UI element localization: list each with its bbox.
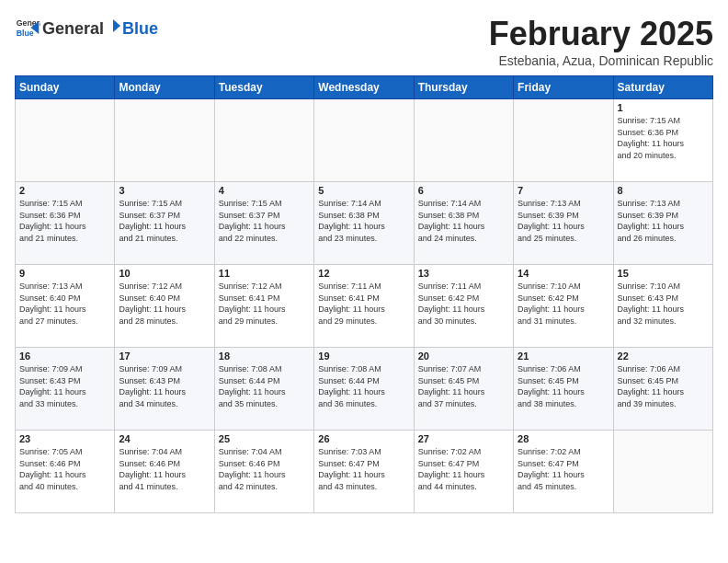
calendar-week-row: 23Sunrise: 7:05 AM Sunset: 6:46 PM Dayli… xyxy=(16,431,713,513)
weekday-header-monday: Monday xyxy=(115,76,214,99)
svg-marker-4 xyxy=(113,19,120,32)
month-title: February 2025 xyxy=(489,15,713,53)
day-info: Sunrise: 7:15 AM Sunset: 6:37 PM Dayligh… xyxy=(119,198,210,244)
day-info: Sunrise: 7:15 AM Sunset: 6:37 PM Dayligh… xyxy=(219,198,310,244)
calendar-cell xyxy=(214,99,313,182)
calendar-cell: 21Sunrise: 7:06 AM Sunset: 6:45 PM Dayli… xyxy=(514,348,613,431)
day-info: Sunrise: 7:13 AM Sunset: 6:39 PM Dayligh… xyxy=(618,198,709,244)
calendar-cell: 3Sunrise: 7:15 AM Sunset: 6:37 PM Daylig… xyxy=(115,182,214,265)
location-title: Estebania, Azua, Dominican Republic xyxy=(489,53,713,68)
calendar-cell: 1Sunrise: 7:15 AM Sunset: 6:36 PM Daylig… xyxy=(613,99,712,182)
calendar-cell: 26Sunrise: 7:03 AM Sunset: 6:47 PM Dayli… xyxy=(314,431,414,513)
day-number: 15 xyxy=(618,268,709,279)
day-number: 28 xyxy=(518,433,609,444)
calendar-week-row: 9Sunrise: 7:13 AM Sunset: 6:40 PM Daylig… xyxy=(16,265,713,348)
day-number: 4 xyxy=(219,185,310,196)
calendar-cell: 14Sunrise: 7:10 AM Sunset: 6:42 PM Dayli… xyxy=(514,265,613,348)
logo-flag-icon xyxy=(105,17,121,34)
calendar-cell: 20Sunrise: 7:07 AM Sunset: 6:45 PM Dayli… xyxy=(414,348,513,431)
day-info: Sunrise: 7:10 AM Sunset: 6:43 PM Dayligh… xyxy=(618,281,709,327)
day-number: 10 xyxy=(119,268,210,279)
day-number: 24 xyxy=(119,433,210,444)
day-number: 26 xyxy=(318,433,409,444)
logo-icon: General Blue xyxy=(15,15,40,40)
calendar-header-row: SundayMondayTuesdayWednesdayThursdayFrid… xyxy=(16,76,713,99)
calendar-cell: 28Sunrise: 7:02 AM Sunset: 6:47 PM Dayli… xyxy=(514,431,613,513)
day-number: 3 xyxy=(119,185,210,196)
day-info: Sunrise: 7:06 AM Sunset: 6:45 PM Dayligh… xyxy=(618,363,709,409)
calendar-week-row: 1Sunrise: 7:15 AM Sunset: 6:36 PM Daylig… xyxy=(16,99,713,182)
calendar-cell: 19Sunrise: 7:08 AM Sunset: 6:44 PM Dayli… xyxy=(314,348,414,431)
calendar-week-row: 2Sunrise: 7:15 AM Sunset: 6:36 PM Daylig… xyxy=(16,182,713,265)
day-info: Sunrise: 7:13 AM Sunset: 6:40 PM Dayligh… xyxy=(19,281,110,327)
day-info: Sunrise: 7:09 AM Sunset: 6:43 PM Dayligh… xyxy=(119,363,210,409)
calendar-cell: 15Sunrise: 7:10 AM Sunset: 6:43 PM Dayli… xyxy=(613,265,712,348)
day-info: Sunrise: 7:14 AM Sunset: 6:38 PM Dayligh… xyxy=(418,198,509,244)
calendar-cell xyxy=(115,99,214,182)
calendar-cell: 16Sunrise: 7:09 AM Sunset: 6:43 PM Dayli… xyxy=(16,348,115,431)
day-number: 17 xyxy=(119,350,210,362)
day-info: Sunrise: 7:08 AM Sunset: 6:44 PM Dayligh… xyxy=(219,363,310,409)
calendar-week-row: 16Sunrise: 7:09 AM Sunset: 6:43 PM Dayli… xyxy=(16,348,713,431)
day-info: Sunrise: 7:15 AM Sunset: 6:36 PM Dayligh… xyxy=(19,198,110,244)
calendar-cell: 11Sunrise: 7:12 AM Sunset: 6:41 PM Dayli… xyxy=(214,265,313,348)
day-number: 27 xyxy=(418,433,509,444)
calendar-cell: 13Sunrise: 7:11 AM Sunset: 6:42 PM Dayli… xyxy=(414,265,513,348)
day-number: 16 xyxy=(19,350,110,362)
day-info: Sunrise: 7:02 AM Sunset: 6:47 PM Dayligh… xyxy=(518,446,609,492)
calendar-cell xyxy=(314,99,414,182)
calendar-cell xyxy=(613,431,712,513)
calendar-table: SundayMondayTuesdayWednesdayThursdayFrid… xyxy=(15,75,713,513)
day-number: 6 xyxy=(418,185,509,196)
weekday-header-sunday: Sunday xyxy=(16,76,115,99)
calendar-cell: 8Sunrise: 7:13 AM Sunset: 6:39 PM Daylig… xyxy=(613,182,712,265)
day-number: 21 xyxy=(518,350,609,362)
logo-text-blue: Blue xyxy=(122,19,158,39)
day-number: 9 xyxy=(19,268,110,279)
calendar-cell: 2Sunrise: 7:15 AM Sunset: 6:36 PM Daylig… xyxy=(16,182,115,265)
day-info: Sunrise: 7:07 AM Sunset: 6:45 PM Dayligh… xyxy=(418,363,509,409)
calendar-cell: 5Sunrise: 7:14 AM Sunset: 6:38 PM Daylig… xyxy=(314,182,414,265)
calendar-cell: 12Sunrise: 7:11 AM Sunset: 6:41 PM Dayli… xyxy=(314,265,414,348)
day-info: Sunrise: 7:14 AM Sunset: 6:38 PM Dayligh… xyxy=(318,198,409,244)
logo: General Blue General Blue xyxy=(15,15,158,40)
day-number: 23 xyxy=(19,433,110,444)
weekday-header-friday: Friday xyxy=(514,76,613,99)
calendar-cell: 6Sunrise: 7:14 AM Sunset: 6:38 PM Daylig… xyxy=(414,182,513,265)
day-info: Sunrise: 7:04 AM Sunset: 6:46 PM Dayligh… xyxy=(219,446,310,492)
calendar-cell: 22Sunrise: 7:06 AM Sunset: 6:45 PM Dayli… xyxy=(613,348,712,431)
calendar-cell: 27Sunrise: 7:02 AM Sunset: 6:47 PM Dayli… xyxy=(414,431,513,513)
calendar-cell xyxy=(16,99,115,182)
calendar-cell: 7Sunrise: 7:13 AM Sunset: 6:39 PM Daylig… xyxy=(514,182,613,265)
day-number: 12 xyxy=(318,268,409,279)
day-number: 20 xyxy=(418,350,509,362)
weekday-header-tuesday: Tuesday xyxy=(214,76,313,99)
day-info: Sunrise: 7:08 AM Sunset: 6:44 PM Dayligh… xyxy=(318,363,409,409)
day-info: Sunrise: 7:04 AM Sunset: 6:46 PM Dayligh… xyxy=(119,446,210,492)
day-info: Sunrise: 7:12 AM Sunset: 6:40 PM Dayligh… xyxy=(119,281,210,327)
logo-text-general: General xyxy=(42,19,104,39)
day-info: Sunrise: 7:15 AM Sunset: 6:36 PM Dayligh… xyxy=(618,115,709,161)
calendar-cell xyxy=(514,99,613,182)
calendar-cell: 24Sunrise: 7:04 AM Sunset: 6:46 PM Dayli… xyxy=(115,431,214,513)
day-number: 5 xyxy=(318,185,409,196)
weekday-header-saturday: Saturday xyxy=(613,76,712,99)
day-number: 1 xyxy=(618,102,709,113)
weekday-header-thursday: Thursday xyxy=(414,76,513,99)
day-number: 11 xyxy=(219,268,310,279)
day-number: 18 xyxy=(219,350,310,362)
calendar-cell: 18Sunrise: 7:08 AM Sunset: 6:44 PM Dayli… xyxy=(214,348,313,431)
day-info: Sunrise: 7:06 AM Sunset: 6:45 PM Dayligh… xyxy=(518,363,609,409)
day-number: 2 xyxy=(19,185,110,196)
day-number: 7 xyxy=(518,185,609,196)
day-info: Sunrise: 7:03 AM Sunset: 6:47 PM Dayligh… xyxy=(318,446,409,492)
day-info: Sunrise: 7:12 AM Sunset: 6:41 PM Dayligh… xyxy=(219,281,310,327)
day-info: Sunrise: 7:10 AM Sunset: 6:42 PM Dayligh… xyxy=(518,281,609,327)
title-block: February 2025 Estebania, Azua, Dominican… xyxy=(489,15,713,68)
calendar-cell: 4Sunrise: 7:15 AM Sunset: 6:37 PM Daylig… xyxy=(214,182,313,265)
day-number: 19 xyxy=(318,350,409,362)
day-info: Sunrise: 7:11 AM Sunset: 6:41 PM Dayligh… xyxy=(318,281,409,327)
day-number: 14 xyxy=(518,268,609,279)
calendar-cell: 23Sunrise: 7:05 AM Sunset: 6:46 PM Dayli… xyxy=(16,431,115,513)
page-header: General Blue General Blue February 2025 … xyxy=(15,15,713,68)
